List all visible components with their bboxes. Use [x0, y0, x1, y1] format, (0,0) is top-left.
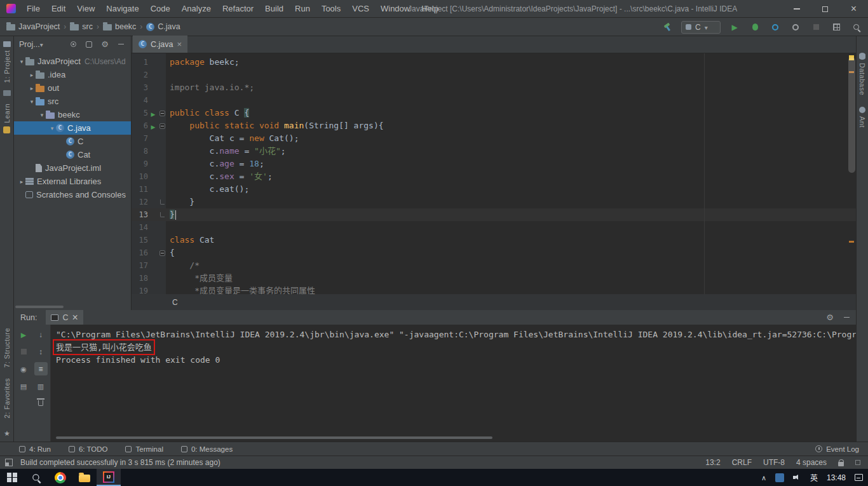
tree-item-beekc[interactable]: beekc [14, 108, 131, 121]
tree-item-c-java[interactable]: CC.java [14, 121, 131, 135]
tool-button-ant[interactable]: Ant [858, 107, 866, 128]
rerun-button[interactable] [17, 328, 31, 341]
taskbar-chrome[interactable] [48, 469, 72, 486]
coverage-button[interactable] [769, 21, 782, 34]
tree-item-javaproject-iml[interactable]: JavaProject.iml [14, 161, 131, 175]
chevron-collapsed-icon[interactable] [18, 179, 25, 185]
breadcrumb-item-c-java[interactable]: CC.java [146, 22, 180, 31]
tray-ime-icon[interactable] [775, 473, 784, 482]
chevron-expanded-icon[interactable] [18, 58, 25, 65]
tree-item-javaproject[interactable]: JavaProjectC:\Users\Ad [14, 55, 131, 68]
tree-item-out[interactable]: out [14, 81, 131, 95]
menu-file[interactable]: File [21, 0, 46, 17]
chevron-collapsed-icon[interactable] [28, 85, 36, 91]
folder-icon[interactable] [3, 90, 11, 96]
locate-file-button[interactable] [69, 40, 78, 49]
taskbar-search[interactable] [24, 469, 48, 486]
tree-item-scratches-and-consoles[interactable]: Scratches and Consoles [14, 188, 131, 201]
breadcrumb-item-javaproject[interactable]: JavaProject [6, 22, 60, 31]
start-button[interactable] [0, 469, 24, 486]
menu-view[interactable]: View [71, 0, 100, 17]
run-line-icon[interactable] [151, 109, 156, 118]
menu-code[interactable]: Code [145, 0, 176, 17]
close-tab-icon[interactable] [72, 313, 78, 323]
console-output[interactable]: "C:\Program Files\JetBrains\IntelliJ IDE… [51, 325, 856, 442]
tool-button-project[interactable]: 1: Project [3, 41, 11, 83]
tree-item-external-libraries[interactable]: External Libraries [14, 175, 131, 188]
tree-item-cat[interactable]: CCat [14, 148, 131, 161]
breadcrumb-item-beekc[interactable]: beekc [103, 22, 136, 31]
tool-button-favorites[interactable]: 2: Favorites [3, 378, 11, 418]
project-horizontal-scrollbar[interactable] [15, 306, 64, 308]
profiler-button[interactable] [789, 21, 802, 34]
fold-icon[interactable] [159, 123, 165, 129]
menu-run[interactable]: Run [289, 0, 316, 17]
tool-button-learn[interactable]: Learn [3, 104, 11, 133]
run-tab-c[interactable]: C [46, 310, 83, 325]
tool-button-run[interactable]: 4: Run [19, 445, 51, 453]
history-button[interactable] [17, 379, 31, 393]
tool-button-database[interactable]: Database [858, 53, 866, 95]
menu-analyze[interactable]: Analyze [176, 0, 217, 17]
warning-mark[interactable] [849, 241, 854, 243]
encoding[interactable]: UTF-8 [763, 458, 785, 467]
hide-panel-button[interactable] [116, 40, 125, 49]
tool-window-switcher-icon[interactable] [5, 459, 13, 466]
chevron-down-icon[interactable] [40, 40, 43, 49]
menu-build[interactable]: Build [259, 0, 289, 17]
close-tab-icon[interactable] [177, 40, 182, 49]
indent-setting[interactable]: 4 spaces [796, 458, 827, 467]
scroll-to-end-button[interactable] [34, 362, 48, 375]
fold-icon[interactable] [159, 111, 165, 116]
collapse-all-button[interactable] [85, 40, 93, 49]
tool-button-messages[interactable]: 0: Messages [181, 445, 233, 453]
settings-button[interactable] [100, 40, 109, 49]
indicator-icon[interactable] [855, 460, 860, 465]
tool-button-structure[interactable]: 7: Structure [3, 328, 11, 368]
chevron-expanded-icon[interactable] [48, 125, 56, 132]
search-everywhere-button[interactable] [850, 21, 863, 34]
project-view-selector[interactable]: Proj... [19, 40, 40, 49]
run-line-icon[interactable] [151, 121, 156, 131]
chevron-expanded-icon[interactable] [38, 112, 46, 118]
chevron-collapsed-icon[interactable] [28, 72, 36, 78]
code-editor[interactable]: package beekc;import java.io.*;public cl… [166, 53, 856, 294]
fold-end-icon[interactable] [160, 212, 165, 217]
status-message[interactable]: Build completed successfully in 3 s 815 … [20, 458, 220, 467]
event-log-button[interactable]: Event Log [815, 445, 859, 453]
volume-button[interactable] [793, 474, 801, 482]
fold-end-icon[interactable] [160, 199, 165, 205]
tree-item-c[interactable]: CC [14, 135, 131, 148]
tool-button-terminal[interactable]: Terminal [125, 445, 163, 453]
menu-vcs[interactable]: VCS [346, 0, 375, 17]
breadcrumb-class[interactable]: C [172, 298, 178, 307]
close-button[interactable] [839, 0, 868, 18]
editor-scrollbar[interactable] [848, 57, 855, 173]
editor-tab-cjava[interactable]: C C.java [133, 36, 187, 53]
console-horizontal-scrollbar[interactable] [56, 436, 492, 439]
debug-button[interactable] [749, 21, 761, 34]
maximize-button[interactable] [811, 0, 839, 18]
clock[interactable]: 13:48 [827, 473, 846, 482]
stop-button[interactable] [810, 21, 822, 34]
run-button[interactable] [728, 21, 741, 34]
clear-console-button[interactable] [34, 396, 48, 410]
taskbar-intellij[interactable] [97, 469, 121, 486]
minimize-button[interactable] [782, 0, 811, 18]
menu-refactor[interactable]: Refactor [217, 0, 259, 17]
tree-item-src[interactable]: src [14, 95, 131, 108]
restore-layout-button[interactable] [17, 362, 31, 375]
action-center-button[interactable] [855, 474, 863, 481]
menu-edit[interactable]: Edit [46, 0, 71, 17]
tray-expand-button[interactable] [761, 473, 766, 482]
breadcrumb-item-src[interactable]: src [70, 22, 93, 31]
down-stack-button[interactable] [34, 328, 48, 341]
caret-position[interactable]: 13:2 [705, 458, 720, 467]
menu-navigate[interactable]: Navigate [100, 0, 144, 17]
chevron-expanded-icon[interactable] [28, 98, 36, 105]
line-ending[interactable]: CRLF [732, 458, 752, 467]
hide-panel-icon[interactable] [844, 317, 850, 318]
build-button[interactable] [661, 21, 674, 34]
gear-icon[interactable] [826, 313, 834, 322]
soft-wrap-button[interactable] [34, 345, 48, 358]
